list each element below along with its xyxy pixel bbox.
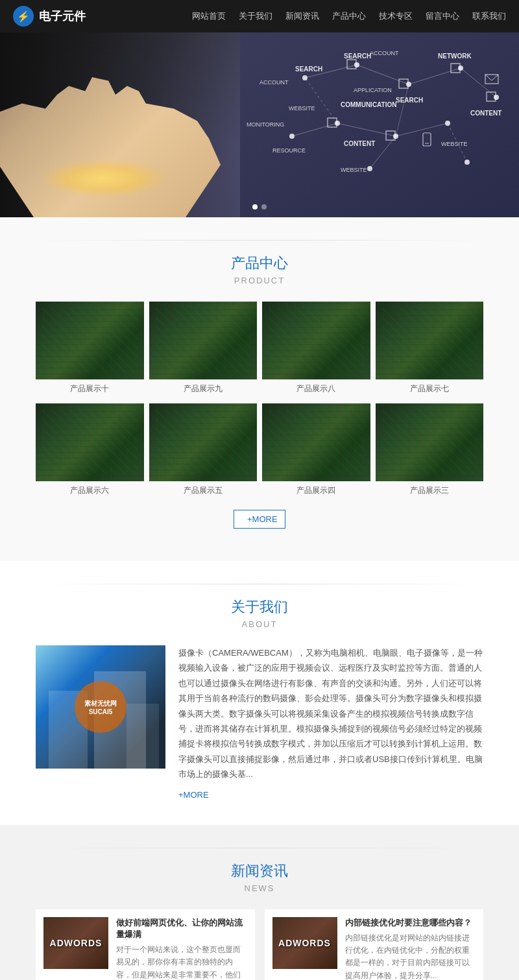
nav-item[interactable]: 技术专区: [379, 10, 413, 22]
news-item: ADWORDS 内部链接优化时要注意哪些内容？ 内部链接优化是对网站的站内链接进…: [265, 909, 484, 980]
products-section: 产品中心 PRODUCT 产品展示十 产品展示九 产品展示八 产品展示七: [0, 217, 519, 561]
news-item: ADWORDS 做好前端网页优化、让你的网站流量爆满 对于一个网站来说，这个整页…: [36, 909, 255, 980]
news-title: 新闻资讯: [36, 861, 483, 881]
svg-text:SEARCH: SEARCH: [295, 66, 322, 73]
hero-left: [0, 32, 247, 217]
hero-banner: SEARCH ACCOUNT WEBSITE MONITORING RESOUR…: [0, 32, 519, 217]
news-item-desc: 对于一个网站来说，这个整页也显而易见的，那你你有丰富的独特的内容，但是网站来是非…: [116, 944, 247, 980]
news-item-desc: 内部链接优化是对网站的站内链接进行优化，在内链优化中，分配的权重都是一样的，对于…: [345, 932, 476, 980]
news-section: 新闻资讯 NEWS ADWORDS 做好前端网页优化、让你的网站流量爆满 对于一…: [0, 825, 519, 980]
news-subtitle: NEWS: [36, 883, 483, 893]
svg-text:RESOURCE: RESOURCE: [272, 147, 306, 154]
nav-item[interactable]: 产品中心: [332, 10, 366, 22]
svg-text:WEBSITE: WEBSITE: [441, 141, 468, 147]
products-subtitle: PRODUCT: [36, 276, 483, 285]
svg-text:APPLICATION: APPLICATION: [354, 87, 392, 93]
about-subtitle: ABOUT: [36, 619, 483, 629]
nav-item[interactable]: 留言中心: [426, 10, 459, 22]
product-name: 产品展示三: [376, 481, 484, 500]
site-header: ⚡ 电子元件 网站首页关于我们新闻资讯产品中心技术专区留言中心联系我们: [0, 0, 519, 32]
svg-text:CONTENT: CONTENT: [470, 110, 501, 117]
news-body: 内部链接优化时要注意哪些内容？ 内部链接优化是对网站的站内链接进行优化，在内链优…: [345, 917, 476, 980]
main-nav: 网站首页关于我们新闻资讯产品中心技术专区留言中心联系我们: [192, 10, 506, 22]
about-title: 关于我们: [36, 597, 483, 617]
product-grid-bottom: 产品展示六 产品展示五 产品展示四 产品展示三: [36, 403, 483, 500]
hero-dot-1[interactable]: [252, 204, 258, 209]
product-item[interactable]: 产品展示十: [36, 302, 144, 398]
product-item[interactable]: 产品展示四: [262, 403, 370, 500]
news-thumbnail: ADWORDS: [272, 917, 337, 969]
product-image: [36, 302, 144, 379]
news-item-title: 做好前端网页优化、让你的网站流量爆满: [116, 917, 247, 940]
about-paragraph: 摄像卡（CAMERA/WEBCAM），又称为电脑相机、电脑眼、电子摄像等，是一种…: [178, 645, 483, 782]
product-name: 产品展示九: [149, 379, 258, 398]
products-title: 产品中心: [36, 254, 483, 273]
product-name: 产品展示十: [36, 379, 144, 398]
about-header: 关于我们 ABOUT: [36, 584, 483, 629]
about-section: 关于我们 ABOUT 素材无忧网SUCAI5 摄像卡（CAMERA/WEBCAM…: [0, 561, 519, 825]
product-item[interactable]: 产品展示六: [36, 403, 144, 500]
product-item[interactable]: 产品展示三: [376, 403, 484, 500]
product-name: 产品展示五: [149, 481, 258, 500]
about-content: 素材无忧网SUCAI5 摄像卡（CAMERA/WEBCAM），又称为电脑相机、电…: [36, 645, 483, 802]
hand-glow: [39, 159, 169, 198]
svg-text:MONITORING: MONITORING: [247, 121, 284, 128]
hero-dot-2[interactable]: [261, 204, 267, 209]
product-image: [262, 302, 370, 379]
pcb-chips: [269, 410, 364, 475]
news-grid: ADWORDS 做好前端网页优化、让你的网站流量爆满 对于一个网站来说，这个整页…: [36, 909, 483, 980]
products-more-button[interactable]: +MORE: [234, 510, 285, 529]
nav-item[interactable]: 网站首页: [192, 10, 226, 22]
svg-text:SEARCH: SEARCH: [344, 53, 371, 60]
watermark: 素材无忧网SUCAI5: [75, 681, 127, 733]
svg-text:SEARCH: SEARCH: [396, 97, 423, 104]
svg-text:COMMUNICATION: COMMUNICATION: [341, 101, 396, 108]
nav-item[interactable]: 关于我们: [239, 10, 272, 22]
news-body: 做好前端网页优化、让你的网站流量爆满 对于一个网站来说，这个整页也显而易见的，那…: [116, 917, 247, 980]
pcb-chips: [42, 410, 138, 475]
news-thumbnail: ADWORDS: [43, 917, 108, 969]
building-3: [127, 704, 159, 769]
adwords-graphic: ADWORDS: [43, 917, 108, 969]
about-more-link[interactable]: +MORE: [178, 787, 483, 802]
product-image: [149, 403, 258, 481]
adwords-text: ADWORDS: [50, 938, 103, 948]
about-image: 素材无忧网SUCAI5: [36, 645, 165, 769]
product-image: [36, 403, 144, 481]
product-name: 产品展示八: [262, 379, 370, 398]
logo-text: 电子元件: [39, 8, 86, 24]
product-name: 产品展示四: [262, 481, 370, 500]
product-grid-top: 产品展示十 产品展示九 产品展示八 产品展示七: [36, 302, 483, 398]
pcb-chips: [382, 410, 477, 475]
svg-text:NETWORK: NETWORK: [438, 53, 472, 60]
nav-item[interactable]: 联系我们: [472, 10, 506, 22]
pcb-chips: [269, 308, 364, 373]
pcb-chips: [382, 308, 477, 373]
news-header: 新闻资讯 NEWS: [36, 848, 483, 893]
product-item[interactable]: 产品展示五: [149, 403, 258, 500]
product-image: [376, 403, 484, 481]
product-name: 产品展示六: [36, 481, 144, 500]
logo-icon: ⚡: [13, 6, 34, 27]
product-image: [149, 302, 258, 379]
product-image: [262, 403, 370, 481]
product-item[interactable]: 产品展示七: [376, 302, 484, 398]
logo[interactable]: ⚡ 电子元件: [13, 6, 86, 27]
product-item[interactable]: 产品展示九: [149, 302, 258, 398]
pcb-chips: [156, 308, 251, 373]
hero-indicators: [252, 204, 267, 209]
svg-text:ACCOUNT: ACCOUNT: [370, 50, 399, 56]
products-header: 产品中心 PRODUCT: [36, 240, 483, 285]
about-text-content: 摄像卡（CAMERA/WEBCAM），又称为电脑相机、电脑眼、电子摄像等，是一种…: [178, 645, 483, 802]
product-name: 产品展示七: [376, 379, 484, 398]
adwords-text: ADWORDS: [278, 938, 331, 948]
adwords-graphic: ADWORDS: [272, 917, 337, 969]
svg-text:WEBSITE: WEBSITE: [341, 167, 367, 173]
svg-text:ACCOUNT: ACCOUNT: [260, 79, 289, 86]
nav-item[interactable]: 新闻资讯: [285, 10, 319, 22]
pcb-chips: [42, 308, 138, 373]
news-item-title: 内部链接优化时要注意哪些内容？: [345, 917, 476, 929]
pcb-chips: [156, 410, 251, 475]
product-image: [376, 302, 484, 379]
product-item[interactable]: 产品展示八: [262, 302, 370, 398]
